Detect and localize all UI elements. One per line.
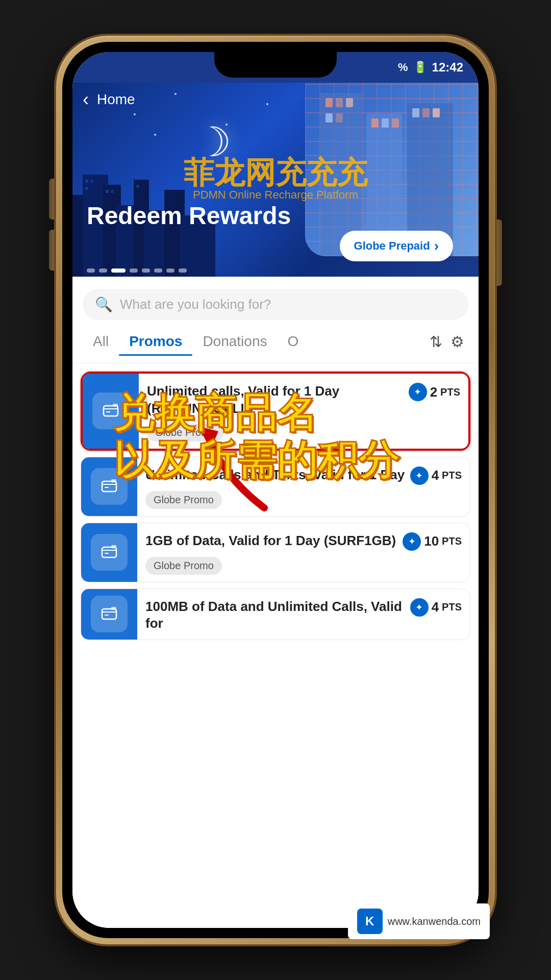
item-body-3: 1GB of Data, Valid for 1 Day (SURF1GB) ✦… [137,523,470,582]
content-area: 🔍 What are you looking for? All Promos D… [72,277,479,928]
pagination-dots [87,268,187,273]
tab-donations[interactable]: Donations [192,328,277,355]
pts-num-4: 4 [432,599,439,615]
svg-rect-9 [90,180,93,183]
item-icon-1 [92,393,129,429]
item-body-1: Unlimited calls, Valid for 1 Day (REWUNL… [139,374,468,449]
volume-down-button[interactable] [49,230,56,271]
search-bar[interactable]: 🔍 What are you looking for? [83,289,468,320]
pts-label-1: PTS [440,386,460,398]
item-tag-3: Globe Promo [145,557,222,575]
item-card-3[interactable]: 1GB of Data, Valid for 1 Day (SURF1GB) ✦… [81,523,470,582]
item-tag-2: Globe Promo [145,491,222,509]
item-icon-4 [91,596,128,632]
svg-rect-18 [336,98,343,107]
search-icon: 🔍 [95,296,113,313]
dot-4[interactable] [130,268,138,273]
item-icon-col-1 [83,374,139,449]
filter-icon[interactable]: ⚙ [446,329,468,355]
tab-promos[interactable]: Promos [119,328,192,355]
pts-label-4: PTS [442,601,462,613]
filter-tabs: All Promos Donations O ⇅ ⚙ [72,328,479,363]
dot-5[interactable] [142,268,150,273]
buildings-right [305,83,479,256]
pts-star-3: ✦ [403,532,421,551]
svg-rect-21 [336,113,343,122]
pts-num-1: 2 [430,384,437,400]
dot-1[interactable] [87,268,95,273]
svg-rect-41 [102,609,116,619]
svg-rect-33 [102,481,116,492]
svg-rect-27 [433,108,440,117]
svg-rect-22 [371,118,379,128]
notch [214,52,337,78]
tab-all[interactable]: All [83,328,119,355]
svg-rect-26 [422,108,430,117]
item-card-highlighted[interactable]: Unlimited calls, Valid for 1 Day (REWUNL… [81,372,470,451]
svg-rect-17 [325,98,333,107]
item-icon-col-3 [81,523,137,582]
dot-8[interactable] [179,268,187,273]
svg-rect-44 [111,607,116,610]
item-card-2[interactable]: Unlimited Calls and Texts, Valid for 1 D… [81,457,470,517]
search-input[interactable]: What are you looking for? [120,297,456,312]
hero-nav: ‹ Home [83,90,135,109]
item-body-4: 100MB of Data and Unlimited Calls, Valid… [137,589,470,640]
pts-badge-2: ✦ 4 PTS [410,467,462,485]
signal-icon: % [398,61,408,74]
tab-o[interactable]: O [277,328,309,355]
pts-badge-4: ✦ 4 PTS [410,598,462,617]
svg-rect-24 [392,118,399,128]
battery-icon: 🔋 [413,61,427,74]
svg-rect-13 [136,185,139,188]
dot-7[interactable] [166,268,174,273]
svg-rect-8 [85,180,88,183]
svg-rect-23 [382,118,389,128]
power-button[interactable] [495,219,502,286]
item-tag-1: Globe Promo [147,424,223,442]
dot-6[interactable] [154,268,162,273]
svg-rect-11 [106,190,109,193]
pts-label-2: PTS [442,470,462,481]
globe-prepaid-button[interactable]: Globe Prepaid [340,231,453,261]
svg-rect-36 [111,479,116,482]
item-icon-2 [91,468,128,505]
pts-star-2: ✦ [410,467,429,485]
kanwenda-logo: K [357,909,383,934]
item-body-2: Unlimited Calls and Texts, Valid for 1 D… [137,457,470,516]
phone-inner: % 🔋 12:42 [62,42,489,938]
back-button[interactable]: ‹ [83,90,89,109]
item-list: Unlimited calls, Valid for 1 Day (REWUNL… [72,363,479,928]
kanwenda-text: www.kanwenda.com [388,916,481,927]
dot-3[interactable] [111,268,126,273]
pts-badge-3: ✦ 10 PTS [403,532,462,551]
status-icons: % 🔋 12:42 [398,60,463,75]
phone-wrapper: % 🔋 12:42 [56,36,495,944]
pts-star-1: ✦ [409,383,427,401]
item-title-1: Unlimited calls, Valid for 1 Day (REWUNL… [147,383,404,418]
svg-rect-37 [102,547,116,557]
status-time: 12:42 [432,60,463,75]
svg-rect-40 [111,545,116,548]
item-icon-3 [91,534,128,571]
volume-up-button[interactable] [49,179,56,219]
item-icon-col-2 [81,457,137,516]
pts-num-2: 4 [432,468,439,483]
svg-rect-10 [85,187,88,190]
svg-rect-20 [325,113,333,122]
screen: % 🔋 12:42 [72,52,479,928]
page-title: Redeem Rewards [87,201,291,231]
svg-rect-19 [346,98,353,107]
item-title-3: 1GB of Data, Valid for 1 Day (SURF1GB) [145,532,397,550]
hero-banner: ☽ ‹ Home Redeem Rewards Globe Prepaid [72,83,479,277]
kanwenda-bar: K www.kanwenda.com [348,903,490,939]
item-title-4: 100MB of Data and Unlimited Calls, Valid… [145,598,405,633]
svg-rect-25 [412,108,419,117]
svg-rect-31 [113,404,118,407]
dot-2[interactable] [99,268,107,273]
pts-label-3: PTS [442,535,462,547]
moon-decoration: ☽ [195,118,232,166]
home-label: Home [97,91,135,108]
item-card-4[interactable]: 100MB of Data and Unlimited Calls, Valid… [81,589,470,641]
sort-icon[interactable]: ⇅ [425,329,446,355]
